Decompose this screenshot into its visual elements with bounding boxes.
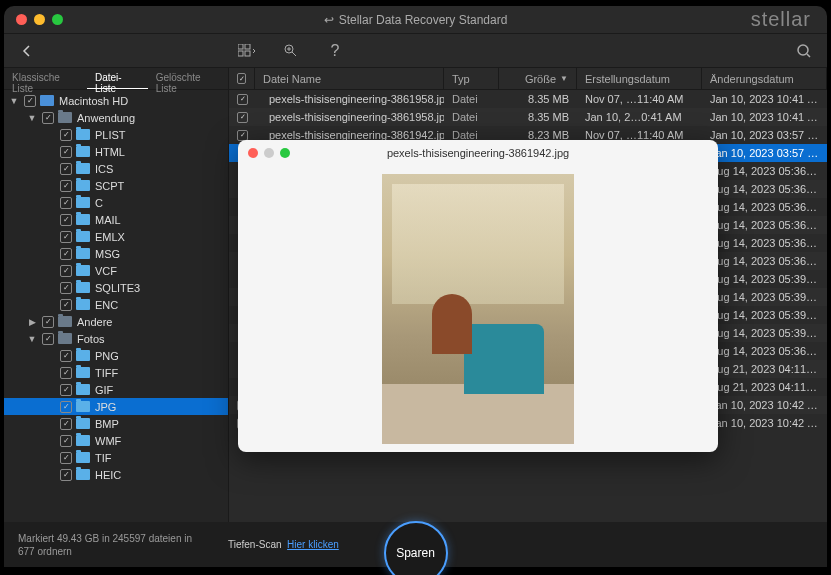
settings-icon[interactable] [282,42,300,60]
file-modified: Aug 14, 2023 05:36 PM [702,165,827,177]
tree-item[interactable]: PLIST [4,126,228,143]
tree-checkbox[interactable] [60,214,72,226]
header-type[interactable]: Typ [444,68,499,89]
folder-icon [76,350,90,361]
back-button[interactable] [18,42,36,60]
tree-checkbox[interactable] [42,333,54,345]
header-created[interactable]: Erstellungsdatum [577,68,702,89]
disclosure-icon[interactable]: ▼ [8,96,20,106]
file-modified: Aug 14, 2023 05:39 PM [702,273,827,285]
tree-checkbox[interactable] [42,112,54,124]
file-row[interactable]: pexels-thisisengineering-3861958.jpgDate… [229,90,827,108]
disclosure-icon[interactable]: ▼ [26,113,38,123]
folder-icon [76,469,90,480]
tree-item[interactable]: ▶Andere [4,313,228,330]
tree-checkbox[interactable] [60,129,72,141]
tree-item[interactable]: ▼Macintosh HD [4,92,228,109]
save-button[interactable]: Sparen [384,521,448,575]
tree-checkbox[interactable] [60,367,72,379]
folder-icon [58,112,72,123]
tree-checkbox[interactable] [60,384,72,396]
search-icon[interactable] [795,42,813,60]
tree-item[interactable]: HEIC [4,466,228,483]
tree-label: SCPT [95,180,124,192]
preview-window[interactable]: pexels-thisisengineering-3861942.jpg [238,140,718,452]
file-checkbox[interactable] [237,112,248,123]
preview-maximize-button[interactable] [280,148,290,158]
tree-item[interactable]: VCF [4,262,228,279]
tree-item[interactable]: EMLX [4,228,228,245]
tree-checkbox[interactable] [60,401,72,413]
header-size[interactable]: Größe▼ [499,68,577,89]
header-checkbox[interactable] [229,68,255,89]
tree-checkbox[interactable] [60,180,72,192]
tree-checkbox[interactable] [60,418,72,430]
tree-checkbox[interactable] [60,299,72,311]
tree-label: GIF [95,384,113,396]
tree-checkbox[interactable] [60,350,72,362]
tree-item[interactable]: ICS [4,160,228,177]
tree-item[interactable]: ▼Anwendung [4,109,228,126]
tab-file[interactable]: Datei-Liste [87,68,148,89]
preview-minimize-button[interactable] [264,148,274,158]
svg-rect-3 [245,51,250,56]
folder-icon [76,265,90,276]
help-icon[interactable]: ? [326,42,344,60]
tree-item[interactable]: MSG [4,245,228,262]
tree-item[interactable]: TIFF [4,364,228,381]
file-checkbox[interactable] [237,94,248,105]
tree-checkbox[interactable] [60,452,72,464]
file-modified: Aug 21, 2023 04:11 PM [702,363,827,375]
tree-item[interactable]: SCPT [4,177,228,194]
tab-classic[interactable]: Klassische Liste [4,68,87,89]
tab-deleted[interactable]: Gelöschte Liste [148,68,228,89]
tree-item[interactable]: SQLITE3 [4,279,228,296]
tree-item[interactable]: HTML [4,143,228,160]
preview-close-button[interactable] [248,148,258,158]
svg-rect-2 [238,51,243,56]
deep-scan-link[interactable]: Hier klicken [287,539,339,550]
disclosure-icon[interactable]: ▶ [26,317,38,327]
folder-tree[interactable]: ▼Macintosh HD▼AnwendungPLISTHTMLICSSCPTC… [4,90,228,522]
tree-checkbox[interactable] [60,435,72,447]
file-type: Datei [444,111,499,123]
tree-label: Andere [77,316,112,328]
tree-item[interactable]: GIF [4,381,228,398]
folder-icon [76,129,90,140]
tree-checkbox[interactable] [24,95,36,107]
tree-label: SQLITE3 [95,282,140,294]
svg-rect-1 [245,44,250,49]
maximize-button[interactable] [52,14,63,25]
tree-item[interactable]: TIF [4,449,228,466]
tree-checkbox[interactable] [60,163,72,175]
svg-point-5 [798,45,808,55]
tree-item[interactable]: PNG [4,347,228,364]
minimize-button[interactable] [34,14,45,25]
tree-item[interactable]: C [4,194,228,211]
sort-desc-icon: ▼ [560,74,568,83]
tree-checkbox[interactable] [60,282,72,294]
grid-view-icon[interactable] [238,42,256,60]
folder-icon [76,401,90,412]
tree-checkbox[interactable] [60,265,72,277]
tree-item[interactable]: ▼Fotos [4,330,228,347]
tree-item[interactable]: MAIL [4,211,228,228]
tree-checkbox[interactable] [42,316,54,328]
disclosure-icon[interactable]: ▼ [26,334,38,344]
tree-checkbox[interactable] [60,248,72,260]
file-row[interactable]: pexels-thisisengineering-3861958.jpgDate… [229,108,827,126]
header-name[interactable]: Datei Name [255,68,444,89]
tree-checkbox[interactable] [60,146,72,158]
tree-checkbox[interactable] [60,231,72,243]
file-modified: Aug 21, 2023 04:11 PM [702,381,827,393]
folder-icon [76,452,90,463]
tree-item[interactable]: WMF [4,432,228,449]
header-modified[interactable]: Änderungsdatum [702,68,827,89]
tree-item[interactable]: JPG [4,398,228,415]
tree-checkbox[interactable] [60,197,72,209]
tree-item[interactable]: BMP [4,415,228,432]
file-checkbox[interactable] [237,130,248,141]
tree-checkbox[interactable] [60,469,72,481]
close-button[interactable] [16,14,27,25]
tree-item[interactable]: ENC [4,296,228,313]
